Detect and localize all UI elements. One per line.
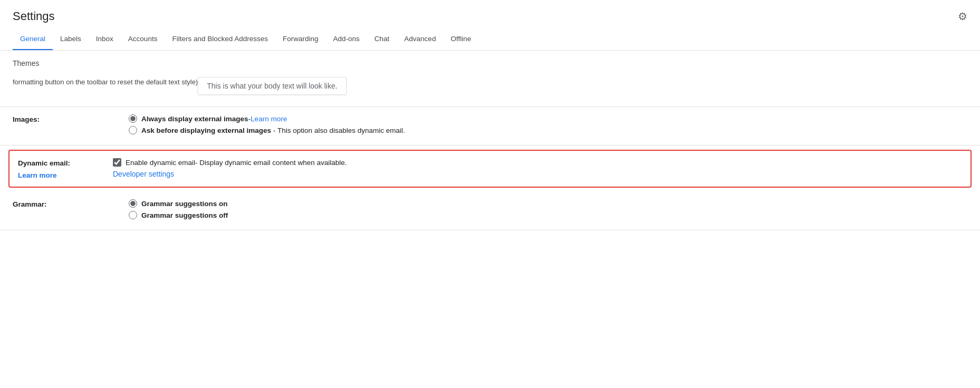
images-option-always: Always display external images - Learn m… [129,114,967,123]
nav-tabs: General Labels Inbox Accounts Filters an… [0,28,980,51]
images-option2-label: Ask before displaying external images [141,127,271,134]
grammar-radio-off[interactable] [129,211,137,219]
tab-offline[interactable]: Offline [443,28,478,51]
grammar-option2-label: Grammar suggestions off [141,211,228,219]
tab-labels[interactable]: Labels [53,28,89,51]
tab-addons[interactable]: Add-ons [326,28,367,51]
body-text-preview: This is what your body text will look li… [198,77,346,95]
dynamic-email-content: Enable dynamic email - Display dynamic e… [113,158,962,178]
dynamic-email-checkbox-label: Enable dynamic email [126,159,195,167]
images-label: Images: [13,114,129,123]
tab-inbox[interactable]: Inbox [89,28,121,51]
images-options: Always display external images - Learn m… [129,114,967,138]
tab-chat[interactable]: Chat [367,28,397,51]
gear-icon[interactable]: ⚙ [958,10,967,23]
grammar-radio-on[interactable] [129,199,137,208]
toolbar-reset-label: formatting button on the toolbar to rese… [13,77,198,88]
dynamic-email-row: Dynamic email: Learn more Enable dynamic… [8,150,972,188]
grammar-row: Grammar: Grammar suggestions on Grammar … [0,192,980,230]
tab-filters[interactable]: Filters and Blocked Addresses [165,28,275,51]
settings-content: Themes formatting button on the toolbar … [0,51,980,230]
developer-settings-link[interactable]: Developer settings [113,170,174,178]
dynamic-email-checkbox-desc: - Display dynamic email content when ava… [195,159,347,167]
grammar-option-off: Grammar suggestions off [129,211,967,219]
tab-general[interactable]: General [13,28,53,51]
dynamic-email-checkbox-row: Enable dynamic email - Display dynamic e… [113,158,962,167]
dynamic-email-label: Dynamic email: [18,159,113,167]
grammar-option1-label: Grammar suggestions on [141,200,228,208]
images-radio-always[interactable] [129,114,137,123]
images-learn-more-link[interactable]: Learn more [251,115,287,123]
dynamic-email-checkbox[interactable] [113,158,121,167]
grammar-label: Grammar: [13,199,129,208]
images-option2-desc: - This option also disables dynamic emai… [273,127,405,134]
themes-section-label: Themes [0,51,980,70]
header: Settings ⚙ [0,0,980,23]
images-option-ask: Ask before displaying external images - … [129,126,967,134]
page-title: Settings [13,9,55,23]
toolbar-reset-row: formatting button on the toolbar to rese… [0,70,980,107]
dynamic-email-learn-more-link[interactable]: Learn more [18,171,113,179]
tab-accounts[interactable]: Accounts [121,28,165,51]
dynamic-email-label-block: Dynamic email: Learn more [18,158,113,179]
images-radio-ask[interactable] [129,126,137,134]
images-option1-label: Always display external images [141,115,248,123]
grammar-options: Grammar suggestions on Grammar suggestio… [129,199,967,222]
grammar-option-on: Grammar suggestions on [129,199,967,208]
tab-forwarding[interactable]: Forwarding [275,28,326,51]
images-row: Images: Always display external images -… [0,107,980,146]
tab-advanced[interactable]: Advanced [397,28,443,51]
